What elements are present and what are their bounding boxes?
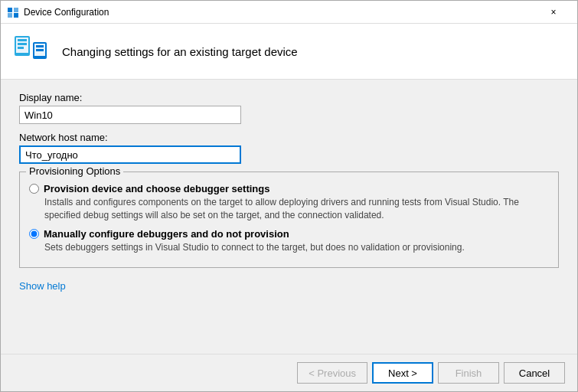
network-host-input[interactable] bbox=[19, 145, 241, 164]
display-name-input[interactable] bbox=[19, 106, 241, 124]
dialog-header: Changing settings for an existing target… bbox=[1, 24, 577, 80]
title-bar-text: Device Configuration bbox=[24, 7, 536, 18]
cancel-button[interactable]: Cancel bbox=[504, 362, 565, 384]
provisioning-legend: Provisioning Options bbox=[26, 165, 123, 177]
network-host-label: Network host name: bbox=[19, 132, 559, 143]
manual-configure-option: Manually configure debuggers and do not … bbox=[29, 228, 549, 254]
svg-rect-3 bbox=[14, 13, 18, 18]
manual-configure-label[interactable]: Manually configure debuggers and do not … bbox=[29, 228, 549, 240]
display-name-label: Display name: bbox=[19, 92, 559, 103]
content-area: Display name: Network host name: Provisi… bbox=[1, 80, 577, 354]
window-icon bbox=[7, 6, 19, 18]
dialog-title: Changing settings for an existing target… bbox=[62, 45, 298, 58]
svg-rect-11 bbox=[36, 45, 44, 47]
device-icon bbox=[13, 33, 50, 70]
title-bar: Device Configuration × bbox=[1, 1, 577, 24]
dialog-footer: < Previous Next > Finish Cancel bbox=[1, 354, 577, 391]
provisioning-options-group: Provisioning Options Provision device an… bbox=[19, 172, 559, 268]
provision-device-option: Provision device and choose debugger set… bbox=[29, 183, 549, 222]
network-host-group: Network host name: bbox=[19, 132, 559, 164]
svg-rect-1 bbox=[14, 8, 18, 12]
svg-rect-8 bbox=[18, 47, 24, 49]
show-help-link[interactable]: Show help bbox=[19, 280, 66, 292]
next-button[interactable]: Next > bbox=[372, 362, 433, 384]
manual-configure-text: Manually configure debuggers and do not … bbox=[44, 228, 289, 240]
provision-device-radio[interactable] bbox=[29, 184, 39, 194]
provision-device-desc: Installs and configures components on th… bbox=[44, 196, 549, 222]
device-configuration-window: Device Configuration × Changing settings… bbox=[0, 0, 578, 392]
manual-configure-desc: Sets debuggers settings in Visual Studio… bbox=[44, 241, 549, 254]
manual-configure-radio[interactable] bbox=[29, 229, 39, 239]
svg-rect-7 bbox=[18, 43, 27, 45]
display-name-group: Display name: bbox=[19, 92, 559, 124]
svg-rect-6 bbox=[18, 39, 27, 41]
previous-button[interactable]: < Previous bbox=[297, 362, 367, 384]
finish-button[interactable]: Finish bbox=[438, 362, 499, 384]
svg-rect-0 bbox=[8, 8, 12, 12]
svg-rect-2 bbox=[8, 13, 12, 18]
provision-device-text: Provision device and choose debugger set… bbox=[44, 183, 269, 194]
svg-rect-12 bbox=[36, 49, 44, 51]
close-button[interactable]: × bbox=[536, 1, 571, 24]
provision-device-label[interactable]: Provision device and choose debugger set… bbox=[29, 183, 549, 194]
